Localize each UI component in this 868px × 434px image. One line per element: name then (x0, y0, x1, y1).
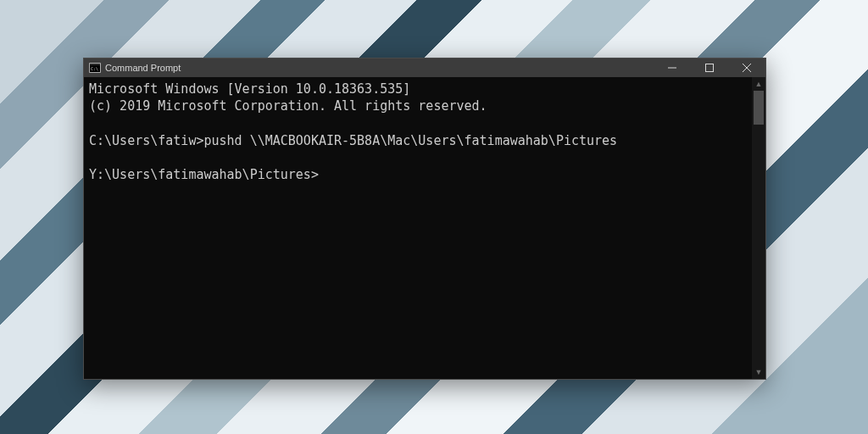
svg-rect-4 (668, 68, 676, 69)
maximize-button[interactable] (691, 58, 728, 77)
terminal-line: Microsoft Windows [Version 10.0.18363.53… (89, 81, 748, 97)
terminal-blank-line (89, 149, 748, 166)
window-title: Command Prompt (105, 58, 181, 77)
minimize-button[interactable] (654, 58, 691, 77)
scroll-up-arrow[interactable]: ▲ (752, 77, 765, 91)
terminal-line: Y:\Users\fatimawahab\Pictures> (89, 166, 748, 183)
svg-rect-5 (706, 64, 714, 72)
scroll-thumb[interactable] (754, 91, 764, 125)
svg-rect-1 (90, 64, 100, 65)
scroll-down-arrow[interactable]: ▼ (752, 365, 765, 379)
terminal-line: (c) 2019 Microsoft Corporation. All righ… (89, 97, 748, 114)
terminal-blank-line (89, 115, 748, 132)
terminal-viewport: Microsoft Windows [Version 10.0.18363.53… (84, 77, 765, 379)
vertical-scrollbar[interactable]: ▲ ▼ (752, 77, 765, 379)
titlebar[interactable]: C:\ Command Prompt (84, 58, 765, 77)
svg-text:C:\: C:\ (91, 66, 98, 71)
close-button[interactable] (728, 58, 765, 77)
terminal-output[interactable]: Microsoft Windows [Version 10.0.18363.53… (84, 77, 752, 379)
cmd-icon: C:\ (89, 63, 101, 73)
command-prompt-window: C:\ Command Prompt Microsoft Windows [Ve… (83, 58, 766, 380)
terminal-line: C:\Users\fatiw>pushd \\MACBOOKAIR-5B8A\M… (89, 132, 748, 149)
